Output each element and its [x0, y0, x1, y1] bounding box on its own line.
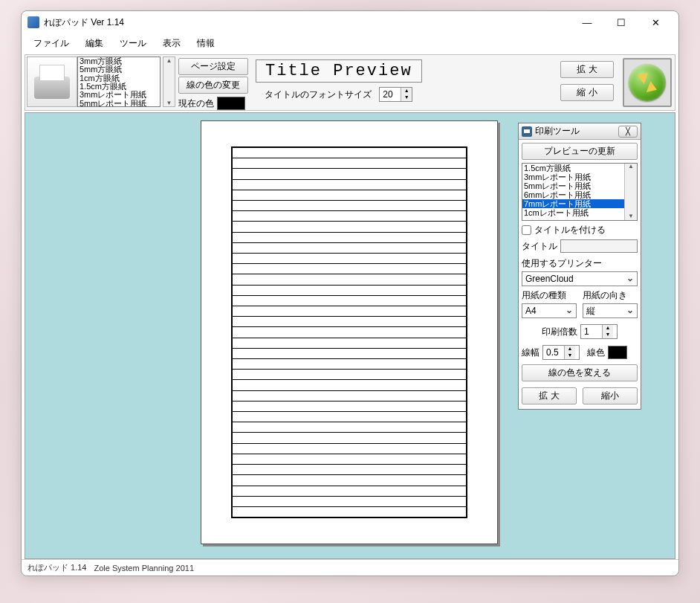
menubar: ファイル 編集 ツール 表示 情報 — [22, 33, 678, 53]
toolbar: 3mm方眼紙 5mm方眼紙 1cm方眼紙 1.5cm方眼紙 3mmレポート用紙 … — [25, 54, 675, 111]
list-item[interactable]: 5mmレポート用紙 — [522, 181, 624, 190]
zoom-buttons: 拡 大 縮 小 — [557, 57, 617, 106]
spin-down-icon[interactable]: ▼ — [565, 352, 575, 359]
line-width-label: 線幅 — [522, 346, 539, 359]
spin-up-icon[interactable]: ▲ — [565, 346, 575, 352]
zoom-out-button[interactable]: 縮 小 — [560, 84, 614, 101]
tool-template-list[interactable]: 1.5cm方眼紙 3mmレポート用紙 5mmレポート用紙 6mmレポート用紙 7… — [522, 163, 638, 221]
printer-value: GreenCloud — [525, 274, 574, 284]
window-controls: — ☐ ✕ — [570, 11, 673, 33]
refresh-icon — [629, 64, 666, 101]
list-item[interactable]: 3mmレポート用紙 — [78, 91, 160, 99]
current-color-row: 現在の色 — [178, 97, 248, 110]
printer-select[interactable]: GreenCloud — [522, 271, 638, 286]
paper-template-list[interactable]: 3mm方眼紙 5mm方眼紙 1cm方眼紙 1.5cm方眼紙 3mmレポート用紙 … — [77, 57, 161, 107]
list-item[interactable]: 5mm方眼紙 — [78, 65, 160, 74]
copies-input[interactable] — [581, 325, 602, 338]
current-color-swatch — [217, 97, 245, 110]
spin-up-icon[interactable]: ▲ — [603, 325, 613, 332]
tool-zoom-in-button[interactable]: 拡 大 — [522, 387, 577, 404]
list-item[interactable]: 3mmレポート用紙 — [522, 172, 624, 181]
menu-file[interactable]: ファイル — [26, 34, 77, 53]
spin-down-icon[interactable]: ▼ — [401, 94, 412, 101]
tool-title-text: 印刷ツール — [535, 125, 580, 138]
paper-type-label: 用紙の種類 — [522, 289, 577, 302]
refresh-preview-button[interactable]: プレビューの更新 — [522, 143, 638, 160]
font-size-row: タイトルのフォントサイズ ▲ ▼ — [256, 87, 422, 102]
titlebar: れぽパッド Ver 1.14 — ☐ ✕ — [22, 11, 678, 33]
tool-close-button[interactable]: ╳ — [618, 126, 638, 138]
title-label: タイトル — [522, 240, 557, 253]
refresh-button[interactable] — [623, 58, 672, 107]
orientation-value: 縦 — [586, 305, 595, 317]
minimize-button[interactable]: — — [570, 11, 604, 33]
add-title-checkbox[interactable] — [522, 225, 531, 235]
orientation-label: 用紙の向き — [583, 289, 638, 302]
menu-edit[interactable]: 編集 — [78, 34, 111, 53]
font-size-input[interactable] — [380, 88, 401, 101]
printer-icon[interactable] — [27, 57, 77, 107]
page-ruled-area — [231, 146, 467, 518]
spin-up-icon[interactable]: ▲ — [401, 88, 412, 94]
printer-small-icon — [522, 126, 532, 137]
line-color-swatch — [608, 346, 627, 359]
menu-info[interactable]: 情報 — [189, 34, 222, 53]
line-width-input[interactable] — [543, 346, 564, 359]
status-company: Zole System Planning 2011 — [94, 564, 194, 573]
window-title: れぽパッド Ver 1.14 — [44, 16, 124, 29]
close-button[interactable]: ✕ — [638, 11, 673, 33]
status-app: れぽパッド 1.14 — [27, 562, 86, 573]
line-color-change-button[interactable]: 線の色の変更 — [178, 77, 248, 94]
app-icon — [27, 16, 39, 28]
tool-list-scrollbar[interactable] — [624, 164, 637, 220]
copies-spinner[interactable]: ▲ ▼ — [580, 324, 618, 339]
menu-tools[interactable]: ツール — [112, 34, 154, 53]
change-line-color-button[interactable]: 線の色を変える — [522, 364, 638, 381]
print-tool-window: 印刷ツール ╳ プレビューの更新 1.5cm方眼紙 3mmレポート用紙 5mmレ… — [518, 123, 641, 410]
tool-titlebar[interactable]: 印刷ツール ╳ — [519, 123, 641, 140]
printer-label: 使用するプリンター — [522, 257, 638, 270]
title-preview-area: Title Preview タイトルのフォントサイズ ▲ ▼ — [251, 57, 427, 105]
zoom-in-button[interactable]: 拡 大 — [560, 61, 614, 78]
paper-type-select[interactable]: A4 — [522, 303, 577, 318]
font-size-label: タイトルのフォントサイズ — [265, 88, 372, 101]
toolbar-buttons-col: ページ設定 線の色の変更 現在の色 — [178, 57, 248, 110]
title-preview-box: Title Preview — [256, 59, 422, 83]
statusbar: れぽパッド 1.14 Zole System Planning 2011 — [22, 559, 678, 575]
list-item[interactable]: 1.5cm方眼紙 — [522, 164, 624, 172]
list-item[interactable]: 5mmレポート用紙 — [78, 100, 160, 107]
tool-zoom-out-button[interactable]: 縮小 — [583, 387, 638, 404]
current-color-label: 現在の色 — [178, 97, 214, 110]
add-title-row: タイトルを付ける — [522, 224, 638, 236]
list-scrollbar[interactable] — [163, 57, 175, 107]
title-row: タイトル — [522, 239, 638, 253]
page-preview — [201, 120, 498, 544]
list-item[interactable]: 6mmレポート用紙 — [522, 190, 624, 199]
list-item[interactable]: 1cmレポート用紙 — [522, 208, 624, 217]
line-color-label: 線色 — [587, 346, 605, 359]
copies-label: 印刷倍数 — [542, 326, 577, 338]
tool-body: プレビューの更新 1.5cm方眼紙 3mmレポート用紙 5mmレポート用紙 6m… — [519, 140, 641, 409]
title-input[interactable] — [560, 239, 638, 253]
spinner-buttons: ▲ ▼ — [401, 88, 412, 101]
orientation-select[interactable]: 縦 — [583, 303, 638, 318]
font-size-spinner[interactable]: ▲ ▼ — [379, 87, 412, 102]
list-item-selected[interactable]: 7mmレポート用紙 — [522, 199, 624, 208]
line-width-spinner[interactable]: ▲ ▼ — [542, 345, 580, 360]
spin-down-icon[interactable]: ▼ — [603, 332, 613, 338]
menu-view[interactable]: 表示 — [155, 34, 188, 53]
page-setup-button[interactable]: ページ設定 — [178, 58, 248, 75]
paper-type-value: A4 — [525, 306, 537, 316]
maximize-button[interactable]: ☐ — [604, 11, 638, 33]
add-title-label: タイトルを付ける — [534, 224, 606, 236]
